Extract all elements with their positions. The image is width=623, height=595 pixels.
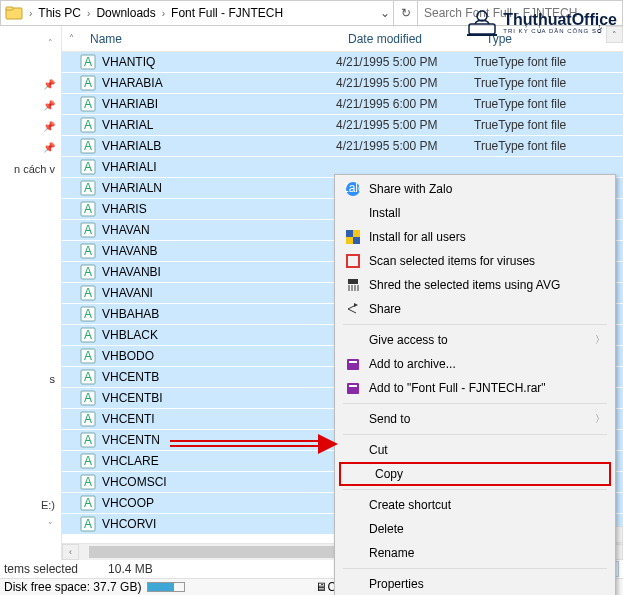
- file-row[interactable]: AVHARABIA4/21/1995 5:00 PMTrueType font …: [62, 73, 623, 94]
- svg-rect-56: [353, 237, 360, 244]
- scrollbar-thumb[interactable]: [89, 546, 349, 558]
- breadcrumb-item[interactable]: Downloads: [92, 6, 159, 20]
- chevron-down-icon[interactable]: ˅: [48, 521, 53, 531]
- zalo-icon: Zalo: [343, 181, 363, 197]
- menu-install[interactable]: Install: [335, 201, 615, 225]
- font-file-icon: A: [80, 495, 96, 511]
- sidebar-label[interactable]: E:): [0, 494, 61, 515]
- file-name: VHCENTB: [102, 370, 336, 384]
- shred-icon: [343, 277, 363, 293]
- menu-send-to[interactable]: Send to〉: [335, 407, 615, 431]
- menu-share[interactable]: Share: [335, 297, 615, 321]
- file-row[interactable]: AVHARIABI4/21/1995 6:00 PMTrueType font …: [62, 94, 623, 115]
- dropdown-icon[interactable]: ⌄: [377, 6, 393, 20]
- file-name: VHCENTI: [102, 412, 336, 426]
- menu-create-shortcut[interactable]: Create shortcut: [335, 493, 615, 517]
- menu-delete[interactable]: Delete: [335, 517, 615, 541]
- file-name: VHARIALN: [102, 181, 336, 195]
- breadcrumb[interactable]: This PC › Downloads › Font Full - FJNTEC…: [34, 1, 377, 25]
- share-icon: [343, 301, 363, 317]
- breadcrumb-item[interactable]: Font Full - FJNTECH: [167, 6, 287, 20]
- file-name: VHAVANI: [102, 286, 336, 300]
- chevron-up-icon[interactable]: ˄: [48, 38, 53, 48]
- svg-text:A: A: [84, 76, 92, 90]
- refresh-button[interactable]: ↻: [393, 1, 417, 25]
- svg-text:A: A: [84, 139, 92, 153]
- svg-rect-54: [353, 230, 360, 237]
- svg-text:A: A: [84, 433, 92, 447]
- file-type: TrueType font file: [474, 118, 623, 132]
- disk-free-label: Disk free space: 37.7 GB): [4, 580, 141, 594]
- file-name: VHARIABI: [102, 97, 336, 111]
- watermark-brand: ThuthuatOffice: [503, 12, 617, 28]
- file-date: 4/21/1995 5:00 PM: [336, 76, 474, 90]
- menu-cut[interactable]: Cut: [335, 438, 615, 462]
- winrar-icon: [343, 380, 363, 396]
- file-name: VHARIALI: [102, 160, 336, 174]
- file-name: VHARIS: [102, 202, 336, 216]
- computer-icon: 🖥: [315, 580, 327, 594]
- watermark-icon: [465, 6, 499, 40]
- folder-icon: [5, 4, 23, 22]
- file-name: VHBAHAB: [102, 307, 336, 321]
- svg-text:A: A: [84, 496, 92, 510]
- file-name: VHBODO: [102, 349, 336, 363]
- menu-install-all[interactable]: Install for all users: [335, 225, 615, 249]
- navigation-pane[interactable]: ˄ 📌 📌 📌 📌 n cách v s E:) ˅: [0, 26, 62, 560]
- svg-text:A: A: [84, 118, 92, 132]
- file-row[interactable]: AVHANTIQ4/21/1995 5:00 PMTrueType font f…: [62, 52, 623, 73]
- chevron-icon[interactable]: ›: [27, 8, 34, 19]
- svg-text:A: A: [84, 391, 92, 405]
- menu-share-zalo[interactable]: ZaloShare with Zalo: [335, 177, 615, 201]
- context-menu: ZaloShare with Zalo Install Install for …: [334, 174, 616, 595]
- menu-rename[interactable]: Rename: [335, 541, 615, 565]
- menu-properties[interactable]: Properties: [335, 572, 615, 595]
- pin-icon: 📌: [43, 121, 55, 132]
- menu-give-access[interactable]: Give access to〉: [335, 328, 615, 352]
- file-date: 4/21/1995 5:00 PM: [336, 118, 474, 132]
- svg-text:A: A: [84, 223, 92, 237]
- column-name[interactable]: Name: [80, 32, 338, 46]
- svg-text:A: A: [84, 475, 92, 489]
- menu-add-named-archive[interactable]: Add to "Font Full - FJNTECH.rar": [335, 376, 615, 400]
- font-file-icon: A: [80, 516, 96, 532]
- file-type: TrueType font file: [474, 97, 623, 111]
- svg-rect-53: [346, 230, 353, 237]
- file-row[interactable]: AVHARIALB4/21/1995 5:00 PMTrueType font …: [62, 136, 623, 157]
- font-file-icon: A: [80, 390, 96, 406]
- chevron-icon: ›: [160, 8, 167, 19]
- breadcrumb-item[interactable]: This PC: [34, 6, 85, 20]
- pin-icon: 📌: [43, 142, 55, 153]
- font-file-icon: A: [80, 201, 96, 217]
- column-date[interactable]: Date modified: [338, 32, 476, 46]
- file-name: VHCORVI: [102, 517, 336, 531]
- svg-text:A: A: [84, 412, 92, 426]
- chevron-up-icon[interactable]: ˄: [62, 33, 80, 44]
- menu-separator: [343, 403, 607, 404]
- sidebar-label[interactable]: s: [0, 368, 61, 389]
- menu-shred[interactable]: Shred the selected items using AVG: [335, 273, 615, 297]
- menu-scan[interactable]: Scan selected items for viruses: [335, 249, 615, 273]
- winrar-icon: [343, 356, 363, 372]
- status-size: 10.4 MB: [108, 562, 153, 576]
- font-file-icon: A: [80, 96, 96, 112]
- sidebar-label[interactable]: n cách v: [0, 158, 61, 179]
- font-file-icon: A: [80, 54, 96, 70]
- svg-text:A: A: [84, 349, 92, 363]
- menu-add-archive[interactable]: Add to archive...: [335, 352, 615, 376]
- menu-copy[interactable]: Copy: [339, 462, 611, 486]
- svg-text:A: A: [84, 517, 92, 531]
- file-date: 4/21/1995 5:00 PM: [336, 55, 474, 69]
- submenu-arrow-icon: 〉: [595, 333, 605, 347]
- svg-text:A: A: [84, 307, 92, 321]
- scroll-left-button[interactable]: ‹: [62, 544, 79, 560]
- svg-rect-63: [347, 359, 359, 370]
- svg-text:A: A: [84, 265, 92, 279]
- svg-text:A: A: [84, 370, 92, 384]
- file-name: VHARABIA: [102, 76, 336, 90]
- svg-text:A: A: [84, 202, 92, 216]
- file-row[interactable]: AVHARIAL4/21/1995 5:00 PMTrueType font f…: [62, 115, 623, 136]
- svg-rect-2: [469, 24, 495, 34]
- font-file-icon: A: [80, 411, 96, 427]
- font-file-icon: A: [80, 264, 96, 280]
